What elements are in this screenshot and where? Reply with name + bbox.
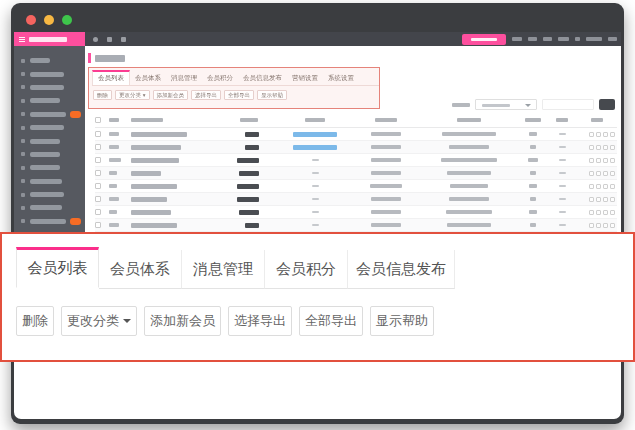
sidebar-item-3[interactable] bbox=[14, 94, 85, 107]
row-action-icon-0[interactable] bbox=[589, 197, 594, 202]
row-checkbox[interactable] bbox=[95, 222, 101, 228]
mini-tab-4[interactable]: 会员信息发布 bbox=[238, 72, 287, 85]
row-action-icon-1[interactable] bbox=[596, 223, 601, 228]
callout-tab-0[interactable]: 会员列表 bbox=[16, 247, 99, 288]
zoom-window-button[interactable] bbox=[62, 15, 72, 25]
header-nav-item-5[interactable] bbox=[586, 37, 602, 41]
mini-button-1[interactable]: 更改分类 ▾ bbox=[115, 90, 150, 100]
select-all-checkbox[interactable] bbox=[95, 117, 101, 123]
sidebar-item-10[interactable] bbox=[14, 188, 85, 201]
header-nav-item-4[interactable] bbox=[575, 37, 580, 41]
filter-select[interactable] bbox=[475, 99, 537, 110]
row-action-icon-2[interactable] bbox=[603, 158, 608, 163]
table-row-6[interactable] bbox=[95, 206, 617, 219]
sidebar-item-6[interactable] bbox=[14, 134, 85, 147]
row-action-icon-1[interactable] bbox=[596, 132, 601, 137]
sidebar-item-7[interactable] bbox=[14, 148, 85, 161]
header-refresh-icon[interactable] bbox=[93, 37, 98, 42]
mini-tab-0[interactable]: 会员列表 bbox=[92, 70, 130, 85]
row-checkbox[interactable] bbox=[95, 183, 101, 189]
sidebar-item-1[interactable] bbox=[14, 67, 85, 80]
row-action-icon-1[interactable] bbox=[596, 145, 601, 150]
mini-button-3[interactable]: 选择导出 bbox=[191, 90, 221, 100]
table-row-7[interactable] bbox=[95, 219, 617, 232]
row-action-icon-1[interactable] bbox=[596, 158, 601, 163]
sidebar-item-0[interactable] bbox=[14, 54, 85, 67]
row-action-icon-2[interactable] bbox=[603, 223, 608, 228]
row-action-icon-1[interactable] bbox=[596, 210, 601, 215]
callout-button-3[interactable]: 选择导出 bbox=[228, 306, 292, 336]
row-action-icon-2[interactable] bbox=[603, 210, 608, 215]
callout-button-0[interactable]: 删除 bbox=[16, 306, 54, 336]
row-link-blurred[interactable] bbox=[293, 132, 337, 137]
header-primary-button[interactable] bbox=[462, 34, 506, 45]
table-row-3[interactable] bbox=[95, 167, 617, 180]
callout-button-5[interactable]: 显示帮助 bbox=[370, 306, 434, 336]
row-action-icon-2[interactable] bbox=[603, 145, 608, 150]
callout-button-1[interactable]: 更改分类 bbox=[61, 306, 137, 336]
row-action-icon-3[interactable] bbox=[610, 223, 615, 228]
row-action-icon-0[interactable] bbox=[589, 171, 594, 176]
row-checkbox[interactable] bbox=[95, 144, 101, 150]
row-action-icon-3[interactable] bbox=[610, 132, 615, 137]
mini-button-2[interactable]: 添加新会员 bbox=[153, 90, 189, 100]
header-nav-item-3[interactable] bbox=[558, 37, 569, 41]
sidebar-item-4[interactable] bbox=[14, 108, 85, 121]
row-action-icon-0[interactable] bbox=[589, 132, 594, 137]
callout-button-4[interactable]: 全部导出 bbox=[299, 306, 363, 336]
table-row-5[interactable] bbox=[95, 193, 617, 206]
table-row-2[interactable] bbox=[95, 154, 617, 167]
row-checkbox[interactable] bbox=[95, 170, 101, 176]
table-row-0[interactable] bbox=[95, 128, 617, 141]
mini-tab-3[interactable]: 会员积分 bbox=[202, 72, 238, 85]
sidebar-item-11[interactable] bbox=[14, 201, 85, 214]
row-checkbox[interactable] bbox=[95, 209, 101, 215]
callout-tab-1[interactable]: 会员体系 bbox=[99, 250, 182, 289]
mini-tab-2[interactable]: 消息管理 bbox=[166, 72, 202, 85]
search-button[interactable] bbox=[599, 99, 615, 110]
sidebar-item-9[interactable] bbox=[14, 175, 85, 188]
mini-tab-6[interactable]: 系统设置 bbox=[323, 72, 359, 85]
mini-button-0[interactable]: 删除 bbox=[93, 90, 112, 100]
close-window-button[interactable] bbox=[26, 15, 36, 25]
sidebar-item-12[interactable] bbox=[14, 215, 85, 228]
row-action-icon-3[interactable] bbox=[610, 197, 615, 202]
row-action-icon-0[interactable] bbox=[589, 210, 594, 215]
callout-tab-2[interactable]: 消息管理 bbox=[182, 250, 265, 289]
mini-tab-5[interactable]: 营销设置 bbox=[287, 72, 323, 85]
row-action-icon-2[interactable] bbox=[603, 132, 608, 137]
row-checkbox[interactable] bbox=[95, 196, 101, 202]
search-input[interactable] bbox=[542, 99, 594, 110]
header-tag-icon[interactable] bbox=[121, 37, 126, 42]
row-action-icon-3[interactable] bbox=[610, 158, 615, 163]
row-action-icon-0[interactable] bbox=[589, 158, 594, 163]
row-action-icon-2[interactable] bbox=[603, 171, 608, 176]
header-nav-item-6[interactable] bbox=[608, 37, 617, 41]
callout-tab-4[interactable]: 会员信息发布 bbox=[348, 250, 455, 289]
row-action-icon-1[interactable] bbox=[596, 171, 601, 176]
row-action-icon-0[interactable] bbox=[589, 223, 594, 228]
row-action-icon-3[interactable] bbox=[610, 171, 615, 176]
row-action-icon-3[interactable] bbox=[610, 145, 615, 150]
row-action-icon-3[interactable] bbox=[610, 184, 615, 189]
header-nav-item-2[interactable] bbox=[543, 37, 552, 41]
row-action-icon-2[interactable] bbox=[603, 197, 608, 202]
sidebar-item-2[interactable] bbox=[14, 81, 85, 94]
mini-button-5[interactable]: 显示帮助 bbox=[257, 90, 287, 100]
row-action-icon-1[interactable] bbox=[596, 197, 601, 202]
app-logo[interactable] bbox=[14, 32, 85, 46]
row-link-blurred[interactable] bbox=[293, 145, 337, 150]
row-action-icon-1[interactable] bbox=[596, 184, 601, 189]
sidebar-item-8[interactable] bbox=[14, 161, 85, 174]
row-checkbox[interactable] bbox=[95, 157, 101, 163]
mini-tab-1[interactable]: 会员体系 bbox=[130, 72, 166, 85]
header-menu-icon[interactable] bbox=[107, 37, 112, 42]
row-action-icon-3[interactable] bbox=[610, 210, 615, 215]
minimize-window-button[interactable] bbox=[44, 15, 54, 25]
row-action-icon-0[interactable] bbox=[589, 184, 594, 189]
table-row-1[interactable] bbox=[95, 141, 617, 154]
sidebar-item-5[interactable] bbox=[14, 121, 85, 134]
row-checkbox[interactable] bbox=[95, 131, 101, 137]
mini-button-4[interactable]: 全部导出 bbox=[224, 90, 254, 100]
header-nav-item-0[interactable] bbox=[512, 37, 522, 41]
